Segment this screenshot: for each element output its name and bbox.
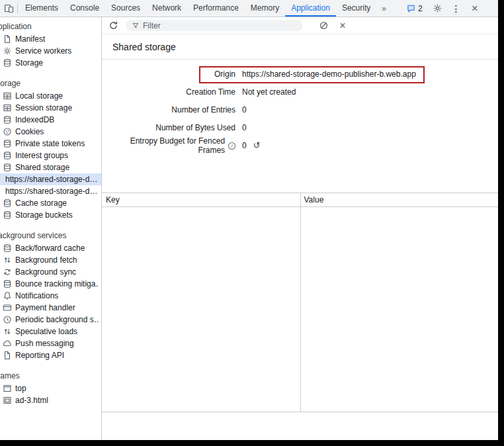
document-icon (2, 34, 12, 44)
sidebar-item-label: top (15, 384, 26, 393)
sidebar-item-top[interactable]: top (0, 382, 101, 394)
sidebar-item-label: Periodic background s… (15, 315, 99, 324)
application-sidebar: ApplicationManifestService workersStorag… (0, 17, 102, 440)
title-row: Shared storage (102, 34, 498, 60)
sync-icon (2, 267, 12, 277)
sidebar-item-payment-handler[interactable]: Payment handler (0, 302, 101, 314)
metadata-row-origin: Originhttps://shared-storage-demo-publis… (102, 65, 498, 83)
devtools-tabbar: ElementsConsoleSourcesNetworkPerformance… (0, 0, 498, 17)
sidebar-item-label: Back/forward cache (15, 244, 85, 253)
sidebar-item-speculative-loads[interactable]: Speculative loads (0, 326, 101, 337)
sidebar-section-title: Frames (0, 370, 101, 382)
sidebar-item-label: Bounce tracking mitiga… (15, 279, 99, 289)
more-options-icon[interactable]: ⋮ (452, 3, 460, 14)
page-title: Shared storage (112, 42, 176, 52)
sidebar-item-label: Notifications (15, 291, 58, 300)
sidebar-item-reporting-api[interactable]: Reporting API (0, 349, 101, 361)
filter-field[interactable] (126, 20, 303, 31)
cloud-icon (2, 339, 12, 349)
sidebar-section-title: Background services (0, 230, 101, 242)
sidebar-item-cookies[interactable]: Cookies (0, 126, 101, 138)
table-icon (2, 103, 12, 113)
metadata-value: https://shared-storage-demo-publisher-b.… (242, 69, 498, 79)
sidebar-item-local-storage[interactable]: Local storage (0, 90, 101, 102)
filter-input[interactable] (143, 21, 297, 30)
storage-toolbar: × (102, 17, 498, 34)
column-header-value[interactable]: Value (300, 193, 499, 206)
tab-performance[interactable]: Performance (187, 0, 245, 17)
sidebar-item-label: Cookies (15, 127, 44, 136)
sidebar-item-push-messaging[interactable]: Push messaging (0, 337, 101, 349)
preview-pane (102, 412, 498, 440)
sidebar-item-notifications[interactable]: Notifications (0, 290, 101, 302)
sidebar-item-ad-3-html[interactable]: ad-3.html (0, 394, 101, 406)
tab-security[interactable]: Security (336, 0, 376, 17)
sidebar-item-background-fetch[interactable]: Background fetch (0, 254, 101, 266)
metadata-label-text: Entropy Budget for Fenced Frames (102, 136, 225, 155)
reset-budget-icon[interactable]: ↺ (253, 142, 261, 150)
sidebar-item-https-shared-storage-d[interactable]: https://shared-storage-d… (0, 173, 101, 185)
sidebar-item-storage[interactable]: Storage (0, 57, 101, 69)
tab-sources[interactable]: Sources (105, 0, 146, 17)
tab-network[interactable]: Network (146, 0, 187, 17)
sidebar-item-label: Cache storage (15, 199, 67, 208)
metadata-value: 0 (242, 123, 498, 132)
sidebar-item-background-sync[interactable]: Background sync (0, 266, 101, 278)
metadata-value-text: 0 (242, 123, 247, 132)
sidebar-item-private-state-tokens[interactable]: Private state tokens (0, 138, 101, 150)
sidebar-item-label: Storage buckets (15, 210, 73, 220)
tab-console[interactable]: Console (64, 0, 105, 17)
database-icon (2, 244, 12, 253)
console-messages-button[interactable]: 2 (407, 4, 423, 13)
sidebar-item-shared-storage[interactable]: Shared storage (0, 161, 101, 173)
sidebar-item-cache-storage[interactable]: Cache storage (0, 197, 101, 209)
metadata-label: Entropy Budget for Fenced Frames (102, 136, 235, 155)
toggle-device-toolbar-icon[interactable] (0, 0, 17, 17)
sidebar-item-session-storage[interactable]: Session storage (0, 102, 101, 114)
sidebar-item-label: Manifest (15, 34, 45, 44)
sidebar-item-back-forward-cache[interactable]: Back/forward cache (0, 242, 101, 254)
sidebar-item-interest-groups[interactable]: Interest groups (0, 150, 101, 161)
sidebar-item-label: Private state tokens (15, 139, 85, 148)
metadata-label: Origin (102, 69, 235, 79)
sidebar-section-title: Application (0, 21, 101, 33)
updown-icon (2, 255, 12, 265)
column-header-key[interactable]: Key (102, 193, 300, 206)
bell-icon (2, 291, 12, 301)
sidebar-item-bounce-tracking-mitiga[interactable]: Bounce tracking mitiga… (0, 278, 101, 290)
sidebar-item-label: Service workers (15, 46, 71, 56)
more-tabs-button[interactable]: » (376, 4, 391, 13)
sidebar-item-storage-buckets[interactable]: Storage buckets (0, 209, 101, 221)
sidebar-item-label: Reporting API (15, 351, 64, 360)
tab-memory[interactable]: Memory (245, 0, 285, 17)
updown-icon (2, 327, 12, 337)
metadata-value: Not yet created (242, 87, 498, 97)
column-divider[interactable] (300, 193, 301, 412)
panel-tabs: ElementsConsoleSourcesNetworkPerformance… (19, 0, 376, 17)
metadata-label-text: Origin (214, 69, 235, 79)
devtools-content: ApplicationManifestService workersStorag… (0, 17, 498, 440)
document-icon (2, 351, 12, 361)
clock-icon (2, 315, 12, 325)
sidebar-item-periodic-background-s[interactable]: Periodic background s… (0, 314, 101, 326)
database-icon (2, 210, 12, 220)
clear-icon[interactable]: × (338, 20, 347, 32)
sidebar-item-indexeddb[interactable]: IndexedDB (0, 114, 101, 126)
delete-all-icon[interactable] (319, 21, 329, 30)
shared-storage-panel: × Shared storage Originhttps://shared-st… (102, 17, 498, 440)
tabbar-actions: 2 ⋮ × (407, 3, 480, 14)
sidebar-item-label: Background fetch (15, 255, 77, 265)
refresh-icon[interactable] (107, 21, 119, 30)
metadata-view: Originhttps://shared-storage-demo-publis… (102, 60, 498, 154)
tab-application[interactable]: Application (285, 0, 336, 17)
close-devtools-icon[interactable]: × (470, 4, 480, 13)
sidebar-item-https-shared-storage-d[interactable]: https://shared-storage-d… (0, 185, 101, 197)
info-icon[interactable] (228, 142, 235, 150)
metadata-row-number-of-entries: Number of Entries0 (102, 101, 498, 118)
sidebar-item-manifest[interactable]: Manifest (0, 33, 101, 45)
sidebar-item-label: https://shared-storage-d… (5, 175, 97, 184)
sidebar-item-service-workers[interactable]: Service workers (0, 45, 101, 57)
tab-elements[interactable]: Elements (19, 0, 64, 17)
metadata-row-number-of-bytes-used: Number of Bytes Used0 (102, 118, 498, 136)
settings-gear-icon[interactable] (433, 3, 442, 13)
